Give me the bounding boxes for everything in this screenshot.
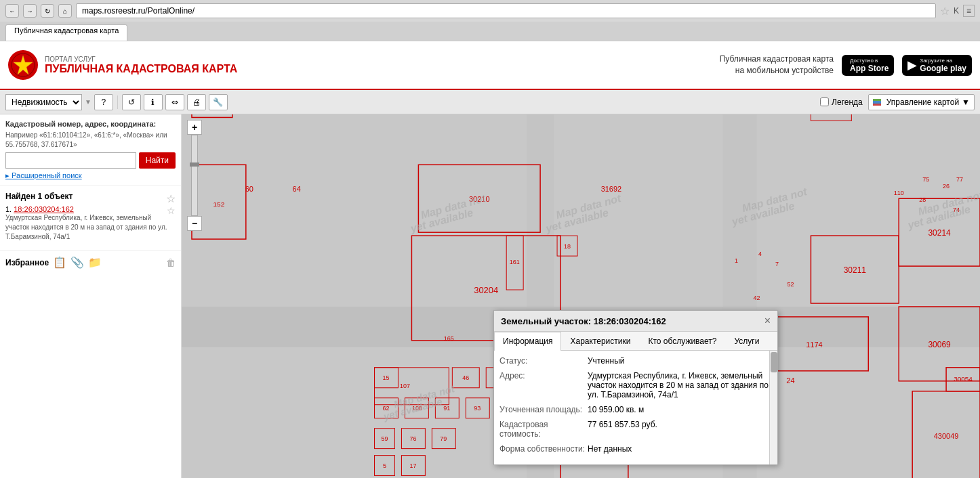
fav-btn-1[interactable]: 📋 (53, 256, 66, 269)
print-button[interactable]: 🖨 (187, 94, 206, 110)
forward-button[interactable]: → (23, 4, 37, 18)
appstore-badge[interactable]: Доступно в App Store (842, 55, 894, 76)
appstore-sub: Доступно в (850, 58, 889, 64)
zoom-in-button[interactable]: + (187, 120, 202, 135)
favorites-section: Избранное 📋 📎 📁 🗑 (0, 251, 181, 274)
googleplay-badge[interactable]: ▶ Загрузите на Google play (902, 55, 972, 76)
info-row-address: Адрес: Удмуртская Республика, г. Ижевск,… (499, 371, 772, 399)
info-tab-services[interactable]: Услуги (725, 332, 768, 350)
manage-map-button[interactable]: Управление картой ▼ (868, 94, 975, 110)
svg-text:42: 42 (754, 295, 760, 301)
info-label-ownership: Форма собственности: (499, 444, 588, 454)
svg-text:110: 110 (894, 190, 904, 196)
help-button[interactable]: ? (94, 94, 113, 110)
search-label: Кадастровый номер, адрес, координата: (5, 120, 176, 128)
svg-text:152: 152 (213, 200, 225, 208)
fav-btn-3[interactable]: 📁 (88, 256, 102, 269)
mobile-text-line1: Публичная кадастровая карта (720, 53, 834, 65)
play-icon: ▶ (907, 58, 917, 72)
svg-text:93: 93 (474, 405, 481, 412)
security-icon: K (954, 6, 959, 16)
svg-text:30204: 30204 (474, 285, 498, 295)
svg-text:60: 60 (245, 185, 253, 193)
svg-text:30069: 30069 (928, 340, 951, 349)
measure-button[interactable]: ⇔ (165, 94, 184, 110)
info-label-area: Уточненная площадь: (499, 405, 588, 414)
results-star[interactable]: ☆ (166, 192, 176, 205)
sidebar: Кадастровый номер, адрес, координата: На… (0, 114, 182, 478)
back-button[interactable]: ← (5, 4, 19, 18)
info-button[interactable]: ℹ (144, 94, 163, 110)
svg-text:75: 75 (922, 176, 929, 183)
appstore-text: Доступно в App Store (850, 58, 889, 73)
search-input[interactable] (5, 152, 136, 169)
zoom-thumb (190, 162, 199, 167)
result-description: Удмуртская Республика, г. Ижевск, земель… (5, 213, 176, 242)
googleplay-label: Google play (920, 64, 966, 73)
info-row-status: Статус: Учтенный (499, 356, 772, 366)
menu-icon[interactable]: ≡ (963, 5, 975, 17)
result-star[interactable]: ☆ (167, 205, 176, 216)
result-number: 1. (5, 205, 12, 213)
svg-text:59: 59 (381, 435, 388, 442)
svg-text:30211: 30211 (844, 265, 867, 275)
map-control-icon (873, 99, 881, 106)
svg-text:1: 1 (735, 257, 738, 264)
info-panel: Земельный участок: 18:26:030204:162 × Ин… (493, 310, 778, 465)
zoom-controls: + − (187, 120, 202, 231)
browser-nav: ← → ↻ ⌂ ☆ K ≡ (0, 0, 980, 22)
result-link[interactable]: 18:26:030204:162 (14, 205, 74, 213)
appstore-label: App Store (850, 64, 889, 73)
address-bar[interactable] (76, 3, 936, 18)
info-value-area: 10 959.00 кв. м (588, 405, 772, 414)
reload-button[interactable]: ↻ (41, 4, 54, 18)
map-area[interactable]: 87 30210 152 30204 18 26 1174 (182, 114, 980, 478)
result-item: 1. 18:26:030204:162 ☆ Удмуртская Республ… (5, 205, 176, 242)
svg-text:46: 46 (462, 374, 469, 381)
search-section: Кадастровый номер, адрес, координата: На… (0, 114, 181, 186)
googleplay-text: Загрузите на Google play (920, 58, 966, 73)
fav-btn-2[interactable]: 📎 (70, 256, 84, 269)
info-tab-characteristics[interactable]: Характеристики (561, 332, 639, 350)
info-value-status: Учтенный (588, 356, 772, 366)
home-button[interactable]: ⌂ (58, 4, 72, 18)
search-button[interactable]: Найти (139, 152, 176, 169)
svg-text:30054: 30054 (954, 375, 973, 383)
info-label-status: Статус: (499, 356, 588, 366)
advanced-search-link[interactable]: ▸ Расширенный поиск (5, 171, 176, 180)
info-row-ownership: Форма собственности: Нет данных (499, 444, 772, 454)
svg-text:5: 5 (383, 462, 386, 469)
rotate-button[interactable]: ↺ (122, 94, 141, 110)
mobile-text-line2: на мобильном устройстве (720, 65, 834, 77)
results-title: Найден 1 объект (5, 192, 73, 201)
svg-text:4: 4 (758, 251, 762, 257)
info-tabs: Информация Характеристики Кто обслуживае… (494, 332, 777, 351)
map-toolbar: Недвижимость Участки Здания ▼ ? ↺ ℹ ⇔ 🖨 … (0, 90, 980, 114)
info-tab-info[interactable]: Информация (494, 332, 561, 351)
header-title: ПУБЛИЧНАЯ КАДАСТРОВАЯ КАРТА (45, 63, 720, 75)
svg-text:91: 91 (443, 405, 450, 412)
legend-checkbox-label[interactable]: Легенда (820, 97, 863, 107)
info-scrollbar[interactable] (769, 351, 777, 464)
active-tab[interactable]: Публичная кадастровая карта (5, 24, 127, 41)
info-tab-service[interactable]: Кто обслуживает? (639, 332, 725, 350)
fav-delete-btn[interactable]: 🗑 (166, 257, 176, 268)
googleplay-sub: Загрузите на (920, 58, 966, 64)
mobile-promo-text: Публичная кадастровая карта на мобильном… (720, 53, 834, 77)
logo-icon (8, 50, 38, 80)
zoom-slider[interactable] (191, 135, 198, 216)
svg-text:64: 64 (293, 185, 301, 193)
zoom-out-button[interactable]: − (187, 216, 202, 231)
svg-text:430049: 430049 (934, 432, 959, 440)
svg-text:165: 165 (444, 335, 454, 342)
category-select[interactable]: Недвижимость Участки Здания (5, 94, 82, 110)
settings-button[interactable]: 🔧 (209, 94, 228, 110)
svg-text:107: 107 (400, 383, 410, 389)
svg-text:7: 7 (775, 261, 779, 267)
main-content: Кадастровый номер, адрес, координата: На… (0, 114, 980, 478)
bookmark-star[interactable]: ☆ (940, 5, 950, 18)
info-panel-close-button[interactable]: × (764, 315, 771, 327)
toolbar-sep1 (117, 95, 118, 109)
toolbar-right: Легенда Управление картой ▼ (820, 94, 975, 110)
legend-checkbox[interactable] (820, 97, 829, 106)
